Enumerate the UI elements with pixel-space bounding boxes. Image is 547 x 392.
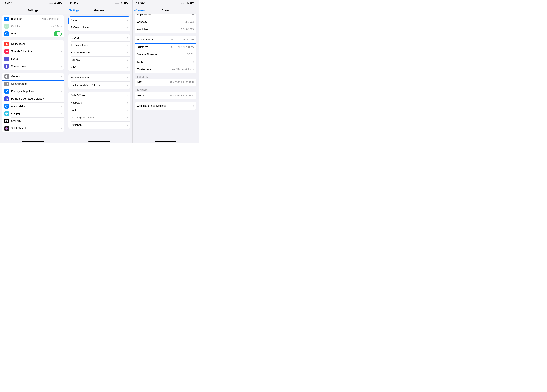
bgrefresh-label: Background App Refresh	[71, 84, 126, 87]
home-indicator[interactable]	[89, 141, 110, 142]
chevron-right-icon: ›	[193, 104, 194, 108]
battery-icon	[124, 2, 128, 4]
back-button[interactable]: ‹ General	[133, 8, 145, 13]
row-language[interactable]: Language & Region›	[68, 114, 130, 121]
row-software-update[interactable]: Software Update ›	[68, 24, 130, 31]
screen-general: 11:40 ☾ •••• ‹ Settings General About › …	[66, 0, 133, 143]
row-cellular[interactable]: Cellular No SIM ›	[2, 23, 64, 30]
row-vpn[interactable]: VPN	[2, 30, 64, 38]
imei2-label: IMEI2	[137, 94, 170, 97]
row-bgrefresh[interactable]: Background App Refresh›	[68, 81, 130, 89]
svg-rect-29	[6, 99, 7, 100]
svg-line-19	[7, 92, 8, 93]
clock-icon	[4, 119, 9, 123]
screen-settings: 11:40 ☾ •••• Settings Bluetooth Not Conn…	[0, 0, 66, 143]
modem-label: Modem Firmware	[137, 53, 185, 56]
wlan-label: WLAN Address	[137, 38, 171, 41]
row-general[interactable]: General ›	[2, 73, 64, 80]
row-siri[interactable]: Siri & Search ›	[2, 125, 64, 132]
svg-line-20	[6, 92, 6, 93]
row-fonts[interactable]: Fonts›	[68, 106, 130, 114]
row-airdrop[interactable]: AirDrop›	[68, 34, 130, 41]
status-time: 11:40	[136, 2, 143, 5]
back-button[interactable]: ‹ Settings	[66, 8, 79, 13]
nav-header: ‹ General About	[133, 7, 199, 14]
home-indicator[interactable]	[155, 141, 177, 142]
screentime-label: Screen Time	[11, 65, 60, 68]
back-label: General	[136, 9, 145, 12]
hourglass-icon	[4, 64, 9, 69]
do-not-disturb-icon: ☾	[77, 2, 79, 5]
carplay-label: CarPlay	[71, 59, 126, 62]
row-modem-firmware: Modem Firmware4.06.02	[135, 51, 197, 58]
imei-value: 35 860732 118225 5	[170, 81, 194, 84]
do-not-disturb-icon: ☾	[143, 2, 145, 5]
wifi-icon	[186, 2, 189, 5]
keyboard-label: Keyboard	[71, 101, 126, 104]
nav-header: Settings	[0, 7, 66, 14]
row-datetime[interactable]: Date & Time›	[68, 92, 130, 99]
row-pip[interactable]: Picture in Picture›	[68, 49, 130, 56]
row-airplay[interactable]: AirPlay & Handoff›	[68, 41, 130, 49]
row-standby[interactable]: StandBy ›	[2, 117, 64, 125]
row-bluetooth[interactable]: Bluetooth Not Connected ›	[2, 15, 64, 23]
svg-rect-26	[6, 99, 7, 99]
row-carplay[interactable]: CarPlay›	[68, 56, 130, 64]
battery-icon	[57, 2, 62, 4]
capacity-label: Capacity	[137, 20, 185, 24]
chevron-right-icon: ›	[61, 119, 62, 123]
row-seid[interactable]: SEID›	[135, 58, 197, 66]
wallpaper-label: Wallpaper	[11, 112, 60, 115]
svg-rect-22	[6, 98, 6, 98]
row-dictionary[interactable]: Dictionary›	[68, 121, 130, 129]
svg-point-32	[7, 106, 7, 106]
row-nfc[interactable]: NFC›	[68, 64, 130, 71]
row-notifications[interactable]: Notifications ›	[2, 40, 64, 48]
screen-about: 11:40 ☾ •••• ‹ General About Application…	[133, 0, 199, 143]
row-wallpaper[interactable]: Wallpaper ›	[2, 110, 64, 117]
standby-label: StandBy	[11, 120, 60, 123]
airdrop-label: AirDrop	[71, 36, 126, 39]
chevron-right-icon: ›	[61, 24, 62, 28]
svg-rect-28	[6, 99, 6, 100]
row-certs[interactable]: Certificate Trust Settings›	[135, 102, 197, 110]
row-storage[interactable]: iPhone Storage›	[68, 74, 130, 81]
airplay-label: AirPlay & Handoff	[71, 44, 126, 47]
nfc-label: NFC	[71, 66, 126, 69]
row-sounds[interactable]: Sounds & Haptics ›	[2, 48, 64, 55]
vpn-toggle[interactable]	[54, 31, 62, 36]
modem-value: 4.06.02	[185, 53, 194, 56]
row-focus[interactable]: Focus ›	[2, 55, 64, 63]
row-display[interactable]: Display & Brightness ›	[2, 88, 64, 95]
page-title: Settings	[0, 9, 66, 12]
chevron-left-icon: ‹	[68, 8, 69, 13]
status-time: 11:40	[70, 2, 76, 5]
row-homescreen[interactable]: Home Screen & App Library ›	[2, 95, 64, 102]
row-screentime[interactable]: Screen Time ›	[2, 63, 64, 70]
row-accessibility[interactable]: Accessibility ›	[2, 102, 64, 110]
row-keyboard[interactable]: Keyboard›	[68, 99, 130, 106]
bluetooth-label: Bluetooth	[11, 17, 42, 20]
chevron-right-icon: ›	[61, 49, 62, 53]
fonts-label: Fonts	[71, 109, 126, 112]
seid-label: SEID	[137, 60, 193, 63]
chevron-right-icon: ›	[127, 83, 128, 87]
svg-rect-24	[7, 98, 8, 98]
chevron-right-icon: ›	[61, 74, 62, 79]
svg-point-12	[7, 84, 7, 85]
chevron-right-icon: ›	[127, 116, 128, 120]
svg-line-21	[7, 90, 8, 91]
chevron-right-icon: ›	[61, 17, 62, 21]
gear-icon	[4, 74, 9, 79]
siri-icon	[4, 126, 9, 131]
home-indicator[interactable]	[22, 141, 44, 142]
certs-label: Certificate Trust Settings	[137, 104, 193, 107]
row-controlcenter[interactable]: Control Center ›	[2, 80, 64, 88]
general-label: General	[11, 75, 60, 78]
available-value: 234.05 GB	[181, 28, 194, 31]
row-about[interactable]: About ›	[68, 16, 130, 24]
status-time: 11:40	[3, 2, 10, 5]
svg-point-11	[6, 83, 6, 84]
accessibility-icon	[4, 104, 9, 108]
bt-value: 5C:70:17:AE:38:7A	[171, 46, 194, 49]
